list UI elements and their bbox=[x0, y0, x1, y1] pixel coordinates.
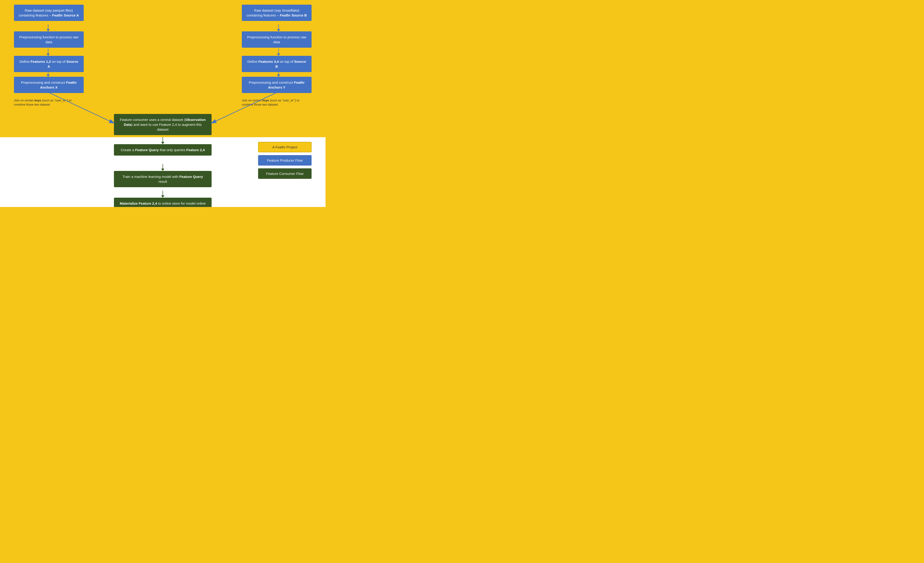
left-box-4: Preprocessing and construct Feathr Ancho… bbox=[14, 77, 84, 93]
svg-line-2 bbox=[211, 93, 277, 123]
right-box-4: Preprocessing and construct Feathr Ancho… bbox=[242, 77, 312, 93]
arrow-g1-g2 bbox=[161, 137, 164, 144]
left-box-2: Preprocessing function to process raw da… bbox=[14, 32, 84, 48]
arrow-l1-l2 bbox=[46, 24, 50, 32]
center-green-box-2: Create a Feature Query that only queries… bbox=[114, 144, 212, 156]
left-note: Join on certain keys (such as "user_id "… bbox=[14, 98, 84, 107]
arrow-r2-r3 bbox=[277, 49, 280, 56]
legend-green: Feature Consumer Flow bbox=[258, 168, 312, 179]
right-box-2: Preprocessing function to process raw da… bbox=[242, 32, 312, 48]
center-green-box-1: Feature consumer uses a central dataset … bbox=[114, 114, 212, 135]
arrow-r3-r4 bbox=[277, 70, 280, 77]
arrow-l2-l3 bbox=[46, 49, 50, 56]
arrow-g2-g3 bbox=[161, 164, 164, 171]
left-box-1: Raw dataset (say parquet files) containi… bbox=[14, 5, 84, 21]
right-box-1: Raw dataset (say Snowflake) containing f… bbox=[242, 5, 312, 21]
page: Raw dataset (say parquet files) containi… bbox=[0, 0, 326, 207]
svg-line-1 bbox=[49, 93, 114, 123]
right-box-3: Define Features 3,4 on top of Source B bbox=[242, 56, 312, 72]
white-area: Create a Feature Query that only queries… bbox=[0, 137, 326, 207]
yellow-area: Raw dataset (say parquet files) containi… bbox=[0, 0, 326, 137]
legend-yellow: A Feathr Project bbox=[258, 142, 312, 152]
right-note: Join on certain keys (such as "user_id "… bbox=[242, 98, 312, 107]
arrow-l3-l4 bbox=[46, 70, 50, 77]
center-green-box-3: Train a machine learning model with Feat… bbox=[114, 171, 212, 187]
legend-area: A Feathr Project Feature Producer Flow F… bbox=[258, 142, 312, 179]
arrow-r1-r2 bbox=[277, 24, 280, 32]
legend-blue: Feature Producer Flow bbox=[258, 155, 312, 165]
center-green-box-4: Materialize Feature 2,4 to online store … bbox=[114, 198, 212, 207]
arrow-g3-g4 bbox=[161, 191, 164, 198]
